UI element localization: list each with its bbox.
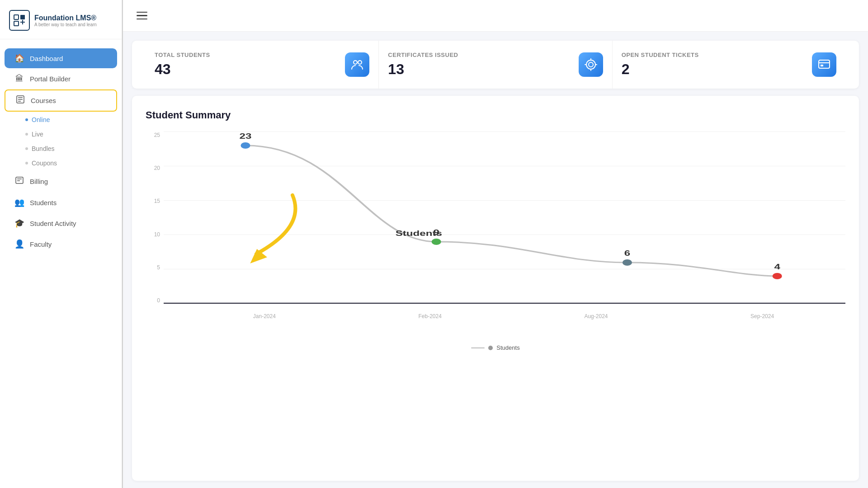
stat-card-total-students: TOTAL STUDENTS 43 [146,41,379,89]
svg-rect-0 [14,15,19,19]
stat-value-total-students: 43 [155,61,210,78]
sidebar-item-student-activity[interactable]: 🎓 Student Activity [5,213,117,233]
chart-svg: 23 9 6 4 Students [164,132,845,304]
sidebar-item-label: Dashboard [30,55,63,62]
main-content: TOTAL STUDENTS 43 CERTIFICATES ISSUED 13 [123,0,868,488]
svg-point-13 [358,61,362,64]
billing-icon [14,176,24,187]
data-label-sep: 4 [774,263,780,271]
sidebar-item-portal-builder[interactable]: 🏛 Portal Builder [5,69,117,89]
svg-rect-16 [819,60,830,68]
activity-icon: 🎓 [14,218,24,228]
header [123,0,868,32]
sidebar-item-label: Student Activity [30,220,76,227]
data-point-jan [241,142,250,149]
chart-legend: Students [146,344,845,351]
data-point-sep [773,273,782,279]
svg-rect-2 [20,15,25,19]
y-label-5: 5 [146,264,164,271]
x-label-feb: Feb-2024 [418,313,441,319]
stat-icon-total-students[interactable] [345,52,369,77]
y-axis: 0 5 10 15 20 25 [146,132,164,304]
chart-plot: 23 9 6 4 Students Jan-2024 Feb- [164,132,845,304]
dot-icon [25,118,28,121]
chart-line [245,145,777,276]
data-point-feb [432,239,441,245]
stat-card-certificates: CERTIFICATES ISSUED 13 [379,41,612,89]
stat-value-certificates: 13 [388,61,458,78]
stat-card-tickets: OPEN STUDENT TICKETS 2 [613,41,845,89]
logo-icon [9,10,30,31]
stat-label-tickets: OPEN STUDENT TICKETS [622,52,699,58]
logo-subtitle: A better way to teach and learn [34,22,97,27]
legend-dot [488,346,493,350]
logo-title: Foundation LMS® [34,14,97,22]
legend-line [471,347,485,348]
sidebar: Foundation LMS® A better way to teach an… [0,0,122,488]
chart-title: Student Summary [146,109,845,121]
hamburger-button[interactable] [137,12,147,20]
stat-value-tickets: 2 [622,61,699,78]
sidebar-divider [122,0,123,488]
sidebar-item-faculty[interactable]: 👤 Faculty [5,234,117,254]
data-label-aug: 6 [624,249,630,257]
sidebar-item-label: Faculty [30,240,52,248]
svg-point-15 [589,62,593,67]
sidebar-item-label: Students [30,199,57,206]
y-label-25: 25 [146,132,164,138]
logo-text: Foundation LMS® A better way to teach an… [34,14,97,27]
sidebar-item-students[interactable]: 👥 Students [5,192,117,212]
sidebar-item-coupons[interactable]: Coupons [20,156,122,170]
sidebar-item-label: Billing [30,178,48,185]
sub-nav-label: Coupons [32,160,57,167]
stats-row: TOTAL STUDENTS 43 CERTIFICATES ISSUED 13 [132,41,859,89]
sidebar-item-billing[interactable]: Billing [5,171,117,192]
sidebar-item-dashboard[interactable]: 🏠 Dashboard [5,48,117,68]
portal-icon: 🏛 [14,74,24,84]
x-label-aug: Aug-2024 [584,313,608,319]
sidebar-item-label: Courses [31,97,56,104]
courses-icon [15,95,25,106]
sub-nav-label: Bundles [32,145,55,152]
svg-point-12 [354,61,357,64]
x-labels: Jan-2024 Feb-2024 Aug-2024 Sep-2024 [182,313,845,319]
dot-icon [25,147,28,150]
faculty-icon: 👤 [14,239,24,249]
stat-icon-tickets[interactable] [812,52,836,77]
stat-icon-certificates[interactable] [579,52,603,77]
chart-area: 0 5 10 15 20 25 [146,132,845,322]
series-label: Students [396,229,442,237]
sidebar-item-online[interactable]: Online [20,113,122,127]
sidebar-item-courses[interactable]: Courses [5,89,117,112]
data-point-aug [623,259,632,266]
students-icon: 👥 [14,197,24,207]
logo: Foundation LMS® A better way to teach an… [0,0,122,39]
x-label-jan: Jan-2024 [253,313,276,319]
y-label-0: 0 [146,297,164,304]
courses-sub-nav: Online Live Bundles Coupons [0,113,122,170]
y-label-15: 15 [146,198,164,204]
data-label-jan: 23 [240,132,252,140]
y-label-10: 10 [146,231,164,238]
svg-point-14 [586,60,595,69]
sub-nav-label: Live [32,131,43,138]
legend-students: Students [471,344,519,351]
svg-rect-9 [16,177,23,183]
sub-nav-label: Online [32,116,50,123]
stat-label-total-students: TOTAL STUDENTS [155,52,210,58]
sidebar-item-label: Portal Builder [30,75,71,83]
y-label-20: 20 [146,165,164,171]
chart-section: Student Summary 0 5 10 15 20 25 [132,96,859,481]
svg-rect-1 [14,21,19,26]
sidebar-item-live[interactable]: Live [20,127,122,141]
sidebar-item-bundles[interactable]: Bundles [20,141,122,156]
svg-rect-18 [821,65,823,66]
legend-label: Students [496,344,519,351]
x-label-sep: Sep-2024 [750,313,774,319]
sidebar-nav: 🏠 Dashboard 🏛 Portal Builder Courses Onl… [0,39,122,488]
stat-label-certificates: CERTIFICATES ISSUED [388,52,458,58]
home-icon: 🏠 [14,53,24,63]
dot-icon [25,162,28,164]
dot-icon [25,133,28,136]
